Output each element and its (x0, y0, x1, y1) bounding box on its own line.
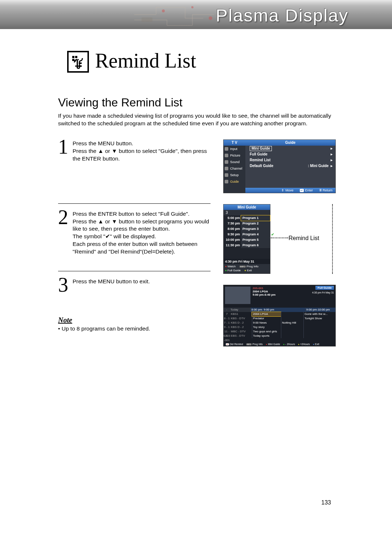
step-1: 1 Press the MENU button.Press the or but… (58, 138, 211, 163)
step-num: 3 (58, 276, 73, 294)
btn-watch: Watch (225, 265, 236, 268)
fig-full-guide: Full Guide 4:30 pm Fri May 31 203-001 20… (223, 285, 336, 346)
ff-minus-2h: - 2Hours (283, 343, 295, 345)
fig2-brace (332, 204, 333, 274)
opt-full-guide: Full Guide (245, 151, 335, 157)
page-number: 133 (321, 499, 331, 506)
fig2-row: 10:00 pmProgram 5 (224, 237, 270, 243)
page-title: Remind List (95, 49, 196, 72)
fig2-rows: 5:00 pmProgram 17:30 pmProgram 28:00 pmP… (224, 215, 270, 248)
step-text: Press the MENU button to exit. (73, 276, 150, 294)
step-num: 1 (58, 138, 73, 163)
side-guide: Guide (224, 178, 245, 185)
opt-mini-guide: Mini Guide (245, 146, 335, 151)
svg-rect-5 (75, 56, 77, 58)
step-text: Press the ENTER button to select "Full G… (73, 208, 211, 256)
section-intro: If you have made a scheduled viewing lis… (58, 112, 334, 127)
svg-rect-6 (72, 59, 74, 61)
fig3-clock: 4:30 pm Fri May 31 (312, 291, 334, 294)
step-text: Press the MENU button.Press the or butto… (73, 138, 211, 163)
fig3-preview (225, 287, 250, 304)
fig3-row: 0203 -001EBS - DTVToday sports (224, 334, 335, 338)
fig2-channel: 3 (224, 210, 270, 215)
fig2-row: 8:00 pmProgram 3 (224, 226, 270, 232)
fig3-grid: - Today 8:00 pm- 9:00 pm 9:00 pm-10:00 p… (224, 308, 335, 338)
fig3-row: 7 - 1KBS D - 29:00 NewsNotting Hill (224, 321, 335, 325)
fig2-row: 9:30 pmProgram 4 (224, 232, 270, 237)
fig2-leader-line (271, 238, 288, 238)
fig2-row: 11:30 pmProgram 6 (224, 243, 270, 248)
fig1-side-header: T V (224, 140, 245, 146)
fig2-callout: Remind List (289, 235, 319, 242)
side-picture: Picture (224, 152, 245, 159)
ff-plus-2h: +2Hours (298, 343, 310, 345)
fig3-row: 7KBS12004 LPGAGone with the w... (224, 312, 335, 316)
step-3: 3 Press the MENU button to exit. (58, 276, 211, 294)
svg-rect-3 (142, 17, 152, 22)
hint-move: Move (281, 188, 293, 193)
hint-return: Return (319, 188, 332, 193)
step-separator (58, 203, 211, 204)
fig3-row: 9 - 1KBS D - 2Toy story (224, 325, 335, 329)
fig2-row: 5:00 pmProgram 1 (224, 215, 270, 221)
fig-mini-guide: Mini Guide 3 5:00 pmProgram 17:30 pmProg… (223, 204, 270, 274)
fig3-header: Full Guide (315, 286, 334, 290)
opt-default-guide: Default Guide: Mini Guide (245, 163, 335, 169)
svg-point-1 (191, 6, 193, 8)
fig-tv-menu: T V Input Picture Sound Channel Setup Gu… (223, 139, 336, 193)
btn-prog-info: Prog Info (239, 265, 258, 268)
side-sound: Sound (224, 159, 245, 165)
hint-enter: Enter (300, 188, 313, 193)
fig1-footer: Move Enter Return (245, 188, 335, 193)
btn-exit: Exit (244, 269, 252, 272)
fig2-row: 7:30 pmProgram 2 (224, 221, 270, 226)
ff-mini-guide: Mini Guide (266, 343, 280, 345)
ff-exit: Exit (313, 343, 319, 345)
side-channel: Channel (224, 165, 245, 172)
btn-full-guide: Full Guide (225, 269, 241, 272)
fig2-time: 4:30 pm Fri May 31 (224, 259, 270, 264)
fig3-row: 8 - 1KBS - DTVPredatorTonight Show (224, 316, 335, 321)
fig3-row: 11 - 1MBC - DTVTwo guys and girls (224, 329, 335, 334)
steps: 1 Press the MENU button.Press the or but… (58, 138, 211, 294)
fig2-buttons: Watch Prog Info Full Guide Exit (224, 264, 270, 273)
header-title: Plasma Display (216, 5, 348, 25)
side-setup: Setup (224, 172, 245, 178)
svg-point-2 (209, 16, 212, 20)
remind-list-icon (67, 51, 89, 73)
fig3-footer: Del Remind Prog Info Mini Guide - 2Hours… (224, 343, 335, 345)
fig1-main-header: Guide (245, 140, 335, 146)
step-separator (58, 271, 211, 271)
ff-del-remind: Del Remind (226, 343, 243, 345)
step-2: 2 Press the ENTER button to select "Full… (58, 208, 211, 256)
side-input: Input (224, 146, 245, 152)
fig2-header: Mini Guide (224, 204, 270, 210)
ff-prog-info: Prog Info (246, 343, 263, 345)
opt-remind-list: Remind List (245, 157, 335, 163)
svg-point-0 (162, 9, 165, 12)
step-num: 2 (58, 208, 73, 256)
header-band: Plasma Display (0, 0, 392, 29)
section-title: Viewing the Remind List (58, 96, 334, 109)
svg-rect-4 (72, 56, 74, 58)
